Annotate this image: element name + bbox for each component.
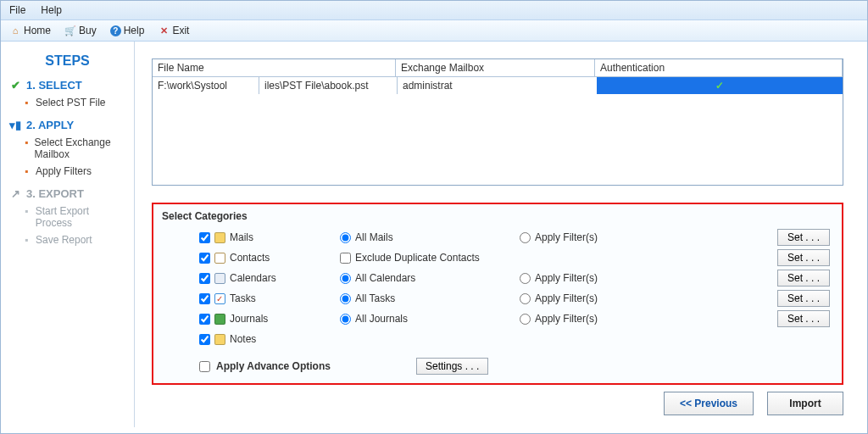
notes-icon bbox=[214, 334, 225, 345]
notes-label: Notes bbox=[230, 333, 256, 345]
step-1-sub-label: Select PST File bbox=[36, 97, 105, 108]
category-row-mails: Mails All Mails Apply Filter(s) Set . . … bbox=[162, 227, 833, 248]
advance-options-label: Apply Advance Options bbox=[216, 360, 331, 372]
help-button[interactable]: ? Help bbox=[110, 25, 145, 36]
tasks-all-radio[interactable] bbox=[340, 293, 351, 304]
close-icon: ✕ bbox=[158, 25, 170, 36]
file-table-header: File Name Exchange Mailbox Authenticatio… bbox=[153, 59, 843, 77]
tasks-set-button[interactable]: Set . . . bbox=[777, 290, 830, 307]
step-1-select[interactable]: ✔ 1. SELECT bbox=[9, 79, 125, 92]
menu-help[interactable]: Help bbox=[41, 4, 62, 16]
contacts-exclude-label: Exclude Duplicate Contacts bbox=[355, 252, 480, 264]
step-3-export[interactable]: ↗ 3. EXPORT bbox=[9, 187, 125, 200]
previous-button[interactable]: << Previous bbox=[664, 392, 754, 415]
tasks-icon bbox=[214, 293, 225, 304]
categories-title: Select Categories bbox=[162, 208, 833, 227]
journals-all-label: All Journals bbox=[355, 313, 408, 325]
tasks-label: Tasks bbox=[230, 292, 256, 304]
col-filename[interactable]: File Name bbox=[153, 59, 396, 76]
cell-path-b: iles\PST File\abook.pst bbox=[259, 77, 397, 94]
bullet-icon: ▪ bbox=[25, 136, 30, 160]
step-1-sub-select-pst[interactable]: ▪ Select PST File bbox=[25, 97, 125, 108]
home-icon: ⌂ bbox=[9, 25, 21, 36]
category-row-journals: Journals All Journals Apply Filter(s) Se… bbox=[162, 309, 833, 329]
calendars-set-button[interactable]: Set . . . bbox=[777, 270, 830, 287]
calendars-filter-label: Apply Filter(s) bbox=[535, 272, 598, 284]
advance-options-row: Apply Advance Options Settings . . . bbox=[162, 358, 833, 375]
advance-options-checkbox[interactable] bbox=[199, 361, 210, 372]
settings-button[interactable]: Settings . . . bbox=[416, 358, 488, 375]
step-3-label: 3. EXPORT bbox=[26, 187, 84, 200]
buy-label: Buy bbox=[79, 25, 97, 36]
step-2-label: 2. APPLY bbox=[26, 119, 74, 131]
mails-filter-radio[interactable] bbox=[520, 232, 531, 243]
journals-all-radio[interactable] bbox=[340, 314, 351, 325]
step-3-sub-start[interactable]: ▪ Start Export Process bbox=[25, 205, 125, 229]
mails-set-button[interactable]: Set . . . bbox=[777, 229, 830, 246]
category-row-contacts: Contacts Exclude Duplicate Contacts Set … bbox=[162, 248, 833, 268]
step-1-label: 1. SELECT bbox=[26, 79, 82, 92]
step-2-sub2-label: Apply Filters bbox=[36, 165, 92, 177]
exit-button[interactable]: ✕ Exit bbox=[158, 25, 189, 36]
cart-icon: 🛒 bbox=[64, 25, 76, 36]
mails-checkbox[interactable] bbox=[199, 232, 210, 243]
mails-all-radio[interactable] bbox=[340, 232, 351, 243]
calendars-filter-radio[interactable] bbox=[520, 273, 531, 284]
step-2-sub1-label: Select Exchange Mailbox bbox=[35, 136, 125, 160]
journals-checkbox[interactable] bbox=[199, 314, 210, 325]
toolbar: ⌂ Home 🛒 Buy ? Help ✕ Exit bbox=[1, 20, 867, 42]
steps-sidebar: STEPS ✔ 1. SELECT ▪ Select PST File ▾▮ 2… bbox=[1, 42, 135, 427]
bullet-icon: ▪ bbox=[25, 97, 31, 108]
step-3-sub1-label: Start Export Process bbox=[36, 205, 125, 229]
home-button[interactable]: ⌂ Home bbox=[9, 25, 51, 36]
auth-check-icon: ✓ bbox=[715, 80, 724, 92]
bullet-icon: ▪ bbox=[25, 165, 31, 177]
contacts-set-button[interactable]: Set . . . bbox=[777, 249, 830, 266]
contacts-exclude-checkbox[interactable] bbox=[340, 253, 351, 264]
step-2-sub-mailbox[interactable]: ▪ Select Exchange Mailbox bbox=[25, 136, 125, 160]
home-label: Home bbox=[24, 25, 51, 36]
content-area: File Name Exchange Mailbox Authenticatio… bbox=[135, 42, 867, 427]
journals-set-button[interactable]: Set . . . bbox=[777, 310, 830, 327]
mails-filter-label: Apply Filter(s) bbox=[535, 231, 598, 243]
step-3-sub-save[interactable]: ▪ Save Report bbox=[25, 234, 125, 246]
contacts-icon bbox=[214, 253, 225, 264]
calendar-icon bbox=[214, 273, 225, 284]
help-label: Help bbox=[124, 25, 145, 36]
table-row[interactable]: F:\work\Systool iles\PST File\abook.pst … bbox=[153, 77, 843, 94]
exit-label: Exit bbox=[172, 25, 189, 36]
import-button[interactable]: Import bbox=[767, 392, 843, 415]
tasks-filter-label: Apply Filter(s) bbox=[535, 292, 598, 304]
buy-button[interactable]: 🛒 Buy bbox=[64, 25, 97, 36]
calendars-all-label: All Calendars bbox=[355, 272, 415, 284]
steps-title: STEPS bbox=[9, 53, 125, 69]
tasks-checkbox[interactable] bbox=[199, 293, 210, 304]
col-auth[interactable]: Authentication bbox=[595, 59, 843, 76]
step-3-sub2-label: Save Report bbox=[36, 234, 92, 246]
category-row-calendars: Calendars All Calendars Apply Filter(s) … bbox=[162, 268, 833, 288]
select-categories-panel: Select Categories Mails All Mails Apply … bbox=[152, 203, 843, 385]
journals-label: Journals bbox=[230, 313, 268, 325]
calendars-label: Calendars bbox=[230, 272, 276, 284]
notes-checkbox[interactable] bbox=[199, 334, 210, 345]
tasks-filter-radio[interactable] bbox=[520, 293, 531, 304]
cell-path-a: F:\work\Systool bbox=[153, 77, 259, 94]
calendars-checkbox[interactable] bbox=[199, 273, 210, 284]
contacts-checkbox[interactable] bbox=[199, 253, 210, 264]
category-row-notes: Notes bbox=[162, 329, 833, 349]
journals-filter-radio[interactable] bbox=[520, 314, 531, 325]
col-mailbox[interactable]: Exchange Mailbox bbox=[396, 59, 595, 76]
step-2-sub-filters[interactable]: ▪ Apply Filters bbox=[25, 165, 125, 177]
file-table: File Name Exchange Mailbox Authenticatio… bbox=[152, 58, 843, 186]
wizard-nav-buttons: << Previous Import bbox=[664, 392, 843, 415]
filter-icon: ▾▮ bbox=[9, 119, 21, 131]
bullet-icon: ▪ bbox=[25, 205, 31, 229]
help-icon: ? bbox=[110, 25, 121, 36]
mails-label: Mails bbox=[230, 231, 253, 243]
calendars-all-radio[interactable] bbox=[340, 273, 351, 284]
step-2-apply[interactable]: ▾▮ 2. APPLY bbox=[9, 119, 125, 131]
check-icon: ✔ bbox=[9, 79, 21, 92]
menu-file[interactable]: File bbox=[9, 4, 25, 16]
main-area: STEPS ✔ 1. SELECT ▪ Select PST File ▾▮ 2… bbox=[1, 42, 867, 427]
mails-all-label: All Mails bbox=[355, 231, 393, 243]
